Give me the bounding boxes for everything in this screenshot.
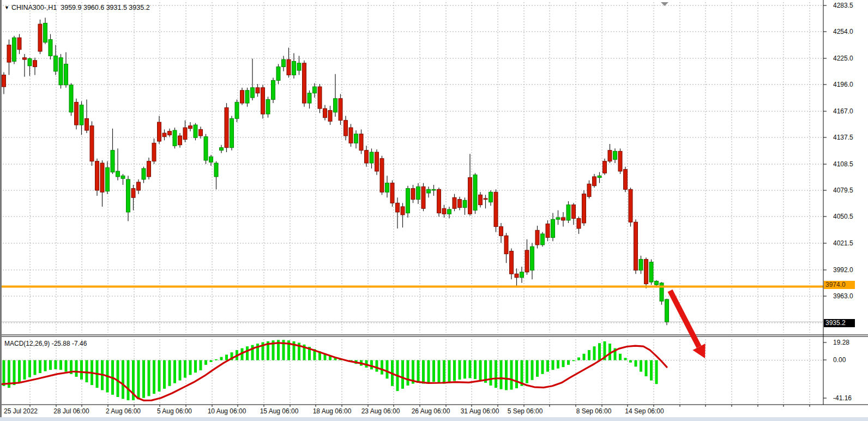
- candle-body: [463, 200, 467, 207]
- candle-body: [106, 167, 110, 191]
- candle-body: [344, 121, 348, 136]
- candle-body: [85, 118, 89, 130]
- macd-histogram-bar: [505, 360, 508, 390]
- candle-body: [411, 189, 415, 200]
- chart-canvas[interactable]: [0, 0, 868, 421]
- time-axis-label: 25 Jul 2022: [4, 407, 38, 415]
- candle-body: [266, 99, 270, 114]
- macd-histogram-bar: [401, 360, 404, 389]
- candle-body: [339, 99, 342, 121]
- candle-body: [479, 195, 483, 205]
- candle-body: [158, 122, 161, 141]
- macd-histogram-bar: [598, 343, 601, 360]
- macd-histogram-bar: [173, 360, 176, 383]
- macd-histogram-bar: [80, 360, 83, 380]
- macd-histogram-bar: [370, 360, 373, 370]
- candle-body: [220, 148, 224, 151]
- macd-histogram-bar: [122, 360, 124, 399]
- macd-histogram-bar: [650, 360, 653, 381]
- macd-histogram-bar: [495, 360, 497, 388]
- chart-shift-marker[interactable]: [661, 2, 668, 6]
- candle-body: [199, 129, 203, 136]
- macd-histogram-bar: [215, 359, 218, 360]
- macd-histogram-bar: [65, 360, 68, 372]
- candle-body: [598, 176, 601, 177]
- macd-histogram-bar: [44, 360, 47, 371]
- candle-body: [49, 39, 52, 56]
- candle-body: [489, 192, 493, 202]
- candle-body: [655, 281, 659, 285]
- candle-body: [240, 91, 244, 103]
- macd-histogram-bar: [168, 360, 171, 386]
- candle-body: [593, 177, 596, 186]
- time-axis-label: 31 Aug 06:00: [461, 407, 499, 415]
- macd-histogram-bar: [593, 346, 596, 360]
- candle-body: [608, 151, 612, 161]
- candle-body: [531, 246, 534, 270]
- candle-body: [562, 218, 565, 220]
- candle-body: [370, 152, 373, 163]
- macd-histogram-bar: [619, 354, 622, 360]
- candle-body: [525, 250, 529, 272]
- candle-body: [59, 58, 63, 85]
- macd-histogram-bar: [220, 357, 223, 360]
- candle-body: [334, 99, 337, 112]
- candle-body: [572, 205, 576, 219]
- candle-body: [365, 151, 369, 163]
- candle-body: [458, 200, 462, 208]
- candle-body: [468, 178, 472, 214]
- time-axis-label: 5 Sep 06:00: [508, 407, 543, 415]
- candle-body: [417, 187, 420, 199]
- macd-histogram-bar: [386, 360, 389, 379]
- macd-histogram-bar: [251, 345, 254, 360]
- candle-body: [292, 61, 296, 75]
- candle-body: [494, 192, 498, 226]
- candle-body: [54, 56, 58, 71]
- candle-body: [69, 85, 73, 112]
- candle-body: [13, 38, 16, 61]
- macd-histogram-bar: [448, 360, 451, 383]
- candle-body: [131, 189, 135, 198]
- macd-histogram-bar: [546, 360, 549, 372]
- current-price-tag: 3935.2: [824, 319, 855, 327]
- price-axis-label: 4137.5: [833, 134, 853, 141]
- candle-body: [276, 67, 280, 80]
- time-axis-label: 26 Aug 06:00: [412, 407, 450, 415]
- candle-body: [427, 189, 431, 193]
- price-axis-label: 4108.5: [833, 160, 853, 168]
- candle-body: [251, 88, 255, 98]
- candle-body: [484, 199, 487, 200]
- macd-histogram-bar: [407, 360, 409, 386]
- price-axis-label: 4283.5: [833, 2, 853, 9]
- candle-body: [17, 38, 21, 50]
- candle-body: [354, 134, 358, 143]
- candle-body: [520, 272, 524, 278]
- candle-body: [515, 274, 519, 278]
- macd-histogram-bar: [153, 360, 155, 394]
- macd-histogram-bar: [443, 360, 445, 384]
- macd-histogram-bar: [567, 360, 570, 365]
- macd-histogram-bar: [417, 360, 420, 383]
- macd-histogram-bar: [557, 360, 559, 369]
- candle-body: [644, 260, 648, 284]
- candle-body: [448, 209, 451, 214]
- macd-histogram-bar: [562, 360, 565, 368]
- macd-histogram-bar: [200, 360, 202, 371]
- candle-body: [421, 187, 425, 208]
- candle-body: [546, 224, 550, 238]
- candle-body: [318, 87, 322, 109]
- macd-histogram-bar: [459, 360, 461, 380]
- macd-histogram-bar: [635, 360, 637, 367]
- window-bottom-strip: [0, 417, 868, 421]
- candle-body: [116, 171, 120, 177]
- candle-body: [168, 131, 172, 135]
- symbol-dropdown-icon[interactable]: ▼: [4, 5, 9, 10]
- time-axis-label: 15 Aug 06:00: [260, 407, 299, 415]
- price-axis-label: 4050.5: [833, 213, 853, 220]
- candle-body: [587, 184, 591, 196]
- candle-body: [282, 59, 286, 67]
- macd-histogram-bar: [655, 360, 658, 384]
- macd-histogram-bar: [184, 360, 186, 378]
- candle-body: [634, 222, 638, 270]
- candle-body: [225, 107, 228, 147]
